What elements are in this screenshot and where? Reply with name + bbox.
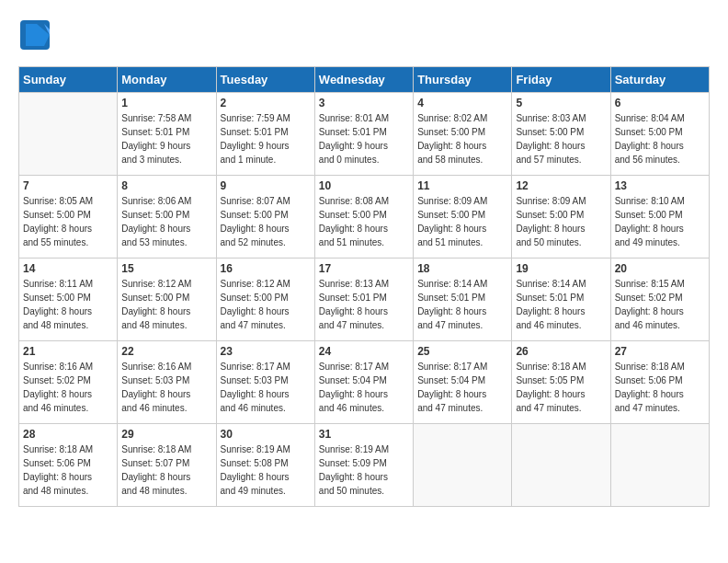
day-info: Sunrise: 8:03 AM Sunset: 5:00 PM Dayligh…	[516, 111, 606, 167]
day-info: Sunrise: 8:18 AM Sunset: 5:06 PM Dayligh…	[23, 442, 113, 498]
day-cell: 31Sunrise: 8:19 AM Sunset: 5:09 PM Dayli…	[314, 424, 413, 507]
weekday-header-row: SundayMondayTuesdayWednesdayThursdayFrid…	[19, 67, 710, 93]
day-info: Sunrise: 7:58 AM Sunset: 5:01 PM Dayligh…	[121, 111, 211, 167]
day-number: 31	[319, 428, 409, 441]
day-info: Sunrise: 8:12 AM Sunset: 5:00 PM Dayligh…	[121, 277, 211, 332]
week-row-4: 21Sunrise: 8:16 AM Sunset: 5:02 PM Dayli…	[19, 341, 710, 424]
day-cell: 27Sunrise: 8:18 AM Sunset: 5:06 PM Dayli…	[610, 341, 709, 424]
day-number: 15	[121, 262, 211, 275]
day-info: Sunrise: 8:18 AM Sunset: 5:07 PM Dayligh…	[121, 442, 211, 498]
day-number: 16	[221, 262, 311, 275]
day-cell: 2Sunrise: 7:59 AM Sunset: 5:01 PM Daylig…	[216, 93, 314, 176]
calendar-table: SundayMondayTuesdayWednesdayThursdayFrid…	[18, 66, 710, 507]
week-row-3: 14Sunrise: 8:11 AM Sunset: 5:00 PM Dayli…	[19, 259, 710, 341]
day-info: Sunrise: 8:16 AM Sunset: 5:02 PM Dayligh…	[23, 360, 113, 415]
day-number: 12	[516, 179, 606, 192]
day-number: 11	[417, 179, 507, 192]
day-info: Sunrise: 8:12 AM Sunset: 5:00 PM Dayligh…	[221, 277, 311, 332]
day-info: Sunrise: 8:06 AM Sunset: 5:00 PM Dayligh…	[121, 194, 211, 249]
day-cell: 19Sunrise: 8:14 AM Sunset: 5:01 PM Dayli…	[512, 259, 610, 341]
day-cell: 17Sunrise: 8:13 AM Sunset: 5:01 PM Dayli…	[314, 259, 413, 341]
day-info: Sunrise: 8:17 AM Sunset: 5:04 PM Dayligh…	[417, 360, 507, 415]
day-cell: 4Sunrise: 8:02 AM Sunset: 5:00 PM Daylig…	[414, 93, 512, 176]
day-info: Sunrise: 7:59 AM Sunset: 5:01 PM Dayligh…	[221, 111, 311, 167]
day-cell: 15Sunrise: 8:12 AM Sunset: 5:00 PM Dayli…	[118, 259, 216, 341]
day-number: 7	[23, 179, 113, 192]
day-cell: 12Sunrise: 8:09 AM Sunset: 5:00 PM Dayli…	[512, 176, 610, 259]
day-info: Sunrise: 8:04 AM Sunset: 5:00 PM Dayligh…	[615, 111, 705, 167]
day-cell: 20Sunrise: 8:15 AM Sunset: 5:02 PM Dayli…	[610, 259, 709, 341]
day-cell: 8Sunrise: 8:06 AM Sunset: 5:00 PM Daylig…	[118, 176, 216, 259]
day-cell: 1Sunrise: 7:58 AM Sunset: 5:01 PM Daylig…	[118, 93, 216, 176]
day-number: 29	[121, 428, 211, 441]
day-info: Sunrise: 8:09 AM Sunset: 5:00 PM Dayligh…	[417, 194, 507, 249]
day-info: Sunrise: 8:02 AM Sunset: 5:00 PM Dayligh…	[417, 111, 507, 167]
day-cell: 16Sunrise: 8:12 AM Sunset: 5:00 PM Dayli…	[216, 259, 314, 341]
weekday-header-friday: Friday	[512, 67, 610, 93]
day-cell: 11Sunrise: 8:09 AM Sunset: 5:00 PM Dayli…	[414, 176, 512, 259]
day-info: Sunrise: 8:18 AM Sunset: 5:06 PM Dayligh…	[615, 360, 705, 415]
day-number: 19	[516, 262, 606, 275]
day-number: 5	[516, 97, 606, 109]
day-cell: 10Sunrise: 8:08 AM Sunset: 5:00 PM Dayli…	[314, 176, 413, 259]
week-row-2: 7Sunrise: 8:05 AM Sunset: 5:00 PM Daylig…	[19, 176, 710, 259]
day-info: Sunrise: 8:18 AM Sunset: 5:05 PM Dayligh…	[516, 360, 606, 415]
day-cell	[512, 424, 610, 507]
day-number: 24	[319, 345, 409, 358]
weekday-header-saturday: Saturday	[610, 67, 709, 93]
day-number: 9	[221, 179, 311, 192]
weekday-header-thursday: Thursday	[414, 67, 512, 93]
day-info: Sunrise: 8:08 AM Sunset: 5:00 PM Dayligh…	[319, 194, 409, 249]
day-number: 13	[615, 179, 705, 192]
day-number: 25	[417, 345, 507, 358]
day-cell: 29Sunrise: 8:18 AM Sunset: 5:07 PM Dayli…	[118, 424, 216, 507]
day-info: Sunrise: 8:17 AM Sunset: 5:03 PM Dayligh…	[221, 360, 311, 415]
day-number: 1	[121, 97, 211, 109]
day-info: Sunrise: 8:13 AM Sunset: 5:01 PM Dayligh…	[319, 277, 409, 332]
day-number: 6	[615, 97, 705, 109]
day-number: 3	[319, 97, 409, 109]
day-info: Sunrise: 8:14 AM Sunset: 5:01 PM Dayligh…	[417, 277, 507, 332]
day-cell: 21Sunrise: 8:16 AM Sunset: 5:02 PM Dayli…	[19, 341, 118, 424]
weekday-header-sunday: Sunday	[19, 67, 118, 93]
day-cell: 23Sunrise: 8:17 AM Sunset: 5:03 PM Dayli…	[216, 341, 314, 424]
week-row-1: 1Sunrise: 7:58 AM Sunset: 5:01 PM Daylig…	[19, 93, 710, 176]
day-number: 4	[417, 97, 507, 109]
day-cell: 3Sunrise: 8:01 AM Sunset: 5:01 PM Daylig…	[314, 93, 413, 176]
logo	[18, 18, 55, 52]
day-cell	[414, 424, 512, 507]
day-cell: 26Sunrise: 8:18 AM Sunset: 5:05 PM Dayli…	[512, 341, 610, 424]
day-cell: 7Sunrise: 8:05 AM Sunset: 5:00 PM Daylig…	[19, 176, 118, 259]
day-number: 2	[221, 97, 311, 109]
day-cell: 9Sunrise: 8:07 AM Sunset: 5:00 PM Daylig…	[216, 176, 314, 259]
weekday-header-wednesday: Wednesday	[314, 67, 413, 93]
day-number: 23	[221, 345, 311, 358]
day-number: 17	[319, 262, 409, 275]
day-info: Sunrise: 8:10 AM Sunset: 5:00 PM Dayligh…	[615, 194, 705, 249]
day-cell: 18Sunrise: 8:14 AM Sunset: 5:01 PM Dayli…	[414, 259, 512, 341]
day-number: 30	[221, 428, 311, 441]
day-info: Sunrise: 8:19 AM Sunset: 5:09 PM Dayligh…	[319, 442, 409, 498]
day-number: 18	[417, 262, 507, 275]
day-cell: 24Sunrise: 8:17 AM Sunset: 5:04 PM Dayli…	[314, 341, 413, 424]
day-info: Sunrise: 8:01 AM Sunset: 5:01 PM Dayligh…	[319, 111, 409, 167]
day-number: 21	[23, 345, 113, 358]
day-number: 28	[23, 428, 113, 441]
day-number: 22	[121, 345, 211, 358]
day-number: 27	[615, 345, 705, 358]
day-info: Sunrise: 8:14 AM Sunset: 5:01 PM Dayligh…	[516, 277, 606, 332]
day-cell: 6Sunrise: 8:04 AM Sunset: 5:00 PM Daylig…	[610, 93, 709, 176]
day-number: 14	[23, 262, 113, 275]
day-cell: 5Sunrise: 8:03 AM Sunset: 5:00 PM Daylig…	[512, 93, 610, 176]
day-info: Sunrise: 8:09 AM Sunset: 5:00 PM Dayligh…	[516, 194, 606, 249]
day-info: Sunrise: 8:16 AM Sunset: 5:03 PM Dayligh…	[121, 360, 211, 415]
day-number: 10	[319, 179, 409, 192]
day-info: Sunrise: 8:17 AM Sunset: 5:04 PM Dayligh…	[319, 360, 409, 415]
logo-icon	[18, 18, 51, 52]
day-cell: 28Sunrise: 8:18 AM Sunset: 5:06 PM Dayli…	[19, 424, 118, 507]
day-number: 20	[615, 262, 705, 275]
day-number: 8	[121, 179, 211, 192]
day-info: Sunrise: 8:07 AM Sunset: 5:00 PM Dayligh…	[221, 194, 311, 249]
day-info: Sunrise: 8:05 AM Sunset: 5:00 PM Dayligh…	[23, 194, 113, 249]
day-cell: 22Sunrise: 8:16 AM Sunset: 5:03 PM Dayli…	[118, 341, 216, 424]
